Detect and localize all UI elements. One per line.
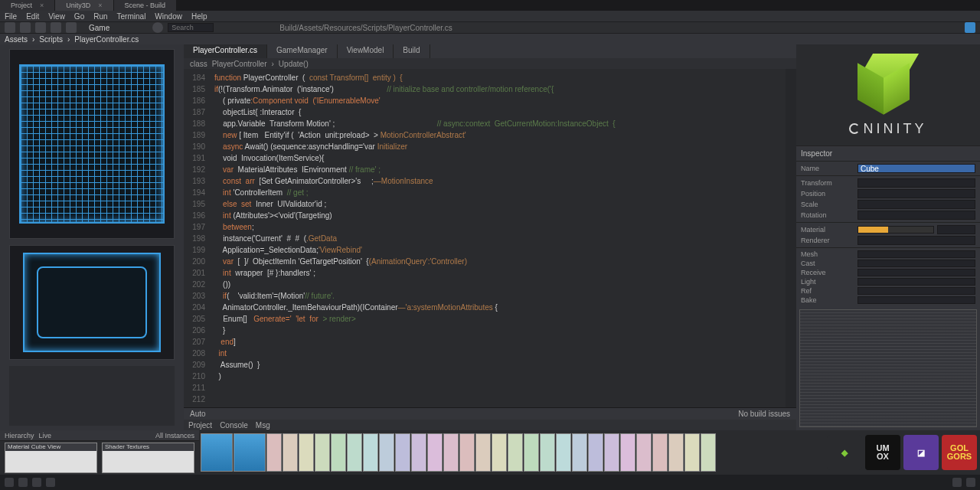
forward-icon[interactable]	[20, 22, 31, 33]
asset-thumb[interactable]	[492, 433, 507, 472]
window-tab-2[interactable]: Unity3D×	[55, 0, 113, 11]
insp-input[interactable]	[858, 178, 975, 188]
back-icon[interactable]	[5, 22, 15, 33]
status-icon[interactable]	[966, 478, 975, 487]
asset-thumb[interactable]	[315, 433, 330, 472]
asset-thumb[interactable]	[524, 433, 539, 472]
menu-help[interactable]: Help	[191, 12, 207, 21]
asset-thumb[interactable]	[556, 433, 571, 472]
hierarchy-card-1[interactable]: Material Cube View	[5, 443, 97, 473]
asset-thumb[interactable]	[331, 433, 346, 472]
tray-brand-icon[interactable]: ◪	[903, 435, 939, 470]
insp-input[interactable]	[858, 189, 975, 198]
folder-icon[interactable]	[234, 433, 266, 472]
insp-input[interactable]	[858, 250, 975, 258]
name-input[interactable]: Cube	[858, 164, 975, 173]
asset-thumb[interactable]	[604, 433, 619, 472]
hierarchy-label[interactable]: Hierarchy	[5, 432, 34, 439]
insp-input[interactable]	[858, 260, 975, 267]
asset-thumb[interactable]	[363, 433, 378, 472]
asset-thumb[interactable]	[508, 433, 523, 472]
menu-file[interactable]: File	[5, 12, 17, 21]
hierarchy-card-2[interactable]: Shader Textures	[102, 443, 194, 473]
asset-thumb[interactable]	[299, 433, 314, 472]
asset-thumb[interactable]	[411, 433, 426, 472]
insp-input[interactable]	[858, 296, 975, 304]
status-icon[interactable]	[5, 478, 14, 487]
tab-msg[interactable]: Msg	[256, 421, 270, 430]
asset-thumb[interactable]	[443, 433, 459, 472]
insp-input[interactable]	[858, 287, 975, 295]
inspector-preview[interactable]	[799, 309, 977, 427]
asset-thumb[interactable]	[588, 433, 603, 472]
insp-input[interactable]	[858, 211, 975, 220]
material-input[interactable]	[937, 225, 975, 234]
asset-thumb[interactable]	[266, 433, 282, 472]
asset-thumb[interactable]	[668, 433, 684, 472]
asset-thumb[interactable]	[572, 433, 587, 472]
crumb-method[interactable]: Update()	[279, 60, 309, 68]
folder-icon[interactable]	[201, 433, 233, 472]
asset-thumb[interactable]	[636, 433, 652, 472]
asset-thumb[interactable]	[475, 433, 491, 472]
editor-tab-1[interactable]: PlayerController.cs	[184, 44, 267, 58]
asset-thumb[interactable]	[347, 433, 362, 472]
insp-input[interactable]	[858, 200, 975, 209]
asset-thumb[interactable]	[379, 433, 394, 472]
hierarchy-live[interactable]: Live	[39, 432, 52, 439]
save-icon[interactable]	[51, 22, 61, 33]
asset-thumb[interactable]	[283, 433, 298, 472]
asset-thumb[interactable]	[652, 433, 668, 472]
crumb[interactable]: Scripts	[39, 35, 63, 44]
editor-tab-4[interactable]: Build	[394, 44, 430, 58]
close-icon[interactable]: ×	[40, 2, 44, 9]
wireframe-preview-bottom[interactable]	[9, 245, 175, 360]
asset-thumb[interactable]	[459, 433, 475, 472]
tab-project[interactable]: Project	[188, 421, 212, 430]
menu-view[interactable]: View	[48, 12, 65, 21]
menu-window[interactable]: Window	[155, 12, 182, 21]
editor-tab-2[interactable]: GameManager	[267, 44, 338, 58]
window-tab-3[interactable]: Scene - Build	[114, 0, 177, 11]
play-icon[interactable]	[35, 22, 46, 33]
asset-thumb[interactable]	[684, 433, 700, 472]
menu-run[interactable]: Run	[93, 12, 107, 21]
close-icon[interactable]: ×	[98, 2, 102, 9]
insp-input[interactable]	[858, 269, 975, 276]
tray-brand-icon[interactable]: ◆	[827, 435, 862, 470]
code-editor[interactable]: 1841851861871881891901911921931941951961…	[184, 69, 796, 407]
hierarchy-all[interactable]: All Instances	[155, 432, 194, 439]
crumb-class[interactable]: class	[190, 60, 207, 68]
crumb[interactable]: PlayerController.cs	[74, 35, 139, 44]
crumb[interactable]: Assets	[5, 35, 28, 44]
asset-thumb[interactable]	[427, 433, 443, 472]
status-icon[interactable]	[32, 478, 41, 487]
editor-tab-3[interactable]: ViewModel	[338, 44, 394, 58]
build-icon[interactable]	[66, 22, 77, 33]
asset-thumb[interactable]	[540, 433, 555, 472]
menu-edit[interactable]: Edit	[26, 12, 39, 21]
editor-scrollbar[interactable]	[786, 69, 796, 407]
status-icon[interactable]	[952, 478, 962, 487]
search-icon[interactable]	[152, 22, 163, 33]
tray-brand-icon[interactable]: UM OX	[865, 435, 900, 470]
tray-brand-icon[interactable]: GOL GORS	[942, 435, 977, 470]
menu-go[interactable]: Go	[74, 12, 84, 21]
console-label[interactable]: Auto	[190, 410, 206, 418]
material-slider[interactable]	[858, 226, 934, 234]
crumb-name[interactable]: PlayerController	[212, 60, 267, 68]
status-icon[interactable]	[46, 478, 55, 487]
asset-thumb[interactable]	[701, 433, 716, 472]
renderer-input[interactable]	[858, 236, 975, 245]
wireframe-preview-top[interactable]	[9, 49, 175, 239]
status-icon[interactable]	[18, 478, 28, 487]
search-input[interactable]	[168, 23, 214, 32]
insp-input[interactable]	[858, 278, 975, 286]
window-tab-1[interactable]: Project×	[0, 0, 54, 11]
asset-thumb[interactable]	[395, 433, 410, 472]
sync-icon[interactable]	[965, 22, 975, 33]
asset-thumb[interactable]	[620, 433, 635, 472]
code-area[interactable]: function PlayerController ( const Transf…	[210, 69, 786, 407]
asset-thumbnail-strip[interactable]	[199, 430, 824, 475]
menu-terminal[interactable]: Terminal	[117, 12, 146, 21]
